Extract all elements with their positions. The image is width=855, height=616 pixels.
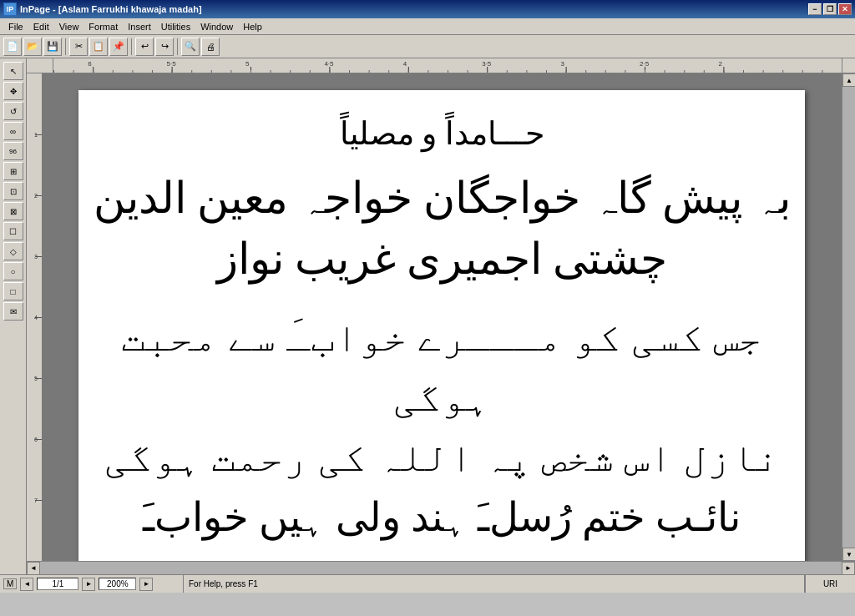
ruler-top xyxy=(53,58,842,73)
line-jis: جس کسی کو مـــرے خوابﹷ سے محبت ہوگی xyxy=(78,307,805,427)
h-scrollbar[interactable]: ◄ ► xyxy=(27,561,855,574)
rulers-row xyxy=(27,58,855,73)
left-toolbar: ↖ ✥ ↺ ∞ 96 ⊞ ⊡ ⊠ ☐ ◇ ○ □ ✉ xyxy=(0,58,27,574)
scroll-track-h[interactable] xyxy=(40,562,842,575)
zoom-display: 200% xyxy=(99,578,136,590)
toolbar-btn-8[interactable]: ↪ xyxy=(155,38,174,56)
left-ruler xyxy=(27,73,42,561)
tool-move[interactable]: ✥ xyxy=(3,82,23,100)
toolbar-btn-10[interactable]: 🖨 xyxy=(201,38,220,56)
menu-help[interactable]: Help xyxy=(238,20,267,33)
tool-square[interactable]: ☐ xyxy=(3,222,23,240)
toolbar-sep-1 xyxy=(65,38,66,55)
zoom-scroll-button[interactable]: ► xyxy=(139,578,153,591)
scroll-down-button[interactable]: ▼ xyxy=(842,548,855,561)
menu-format[interactable]: Format xyxy=(83,20,123,33)
next-page-button[interactable]: ► xyxy=(82,578,95,591)
right-scrollbar[interactable]: ▲ ▼ xyxy=(842,73,855,561)
menu-file[interactable]: File xyxy=(3,20,28,33)
help-text: For Help, press F1 xyxy=(184,575,805,593)
app-icon: IP xyxy=(3,3,17,16)
tool-select[interactable]: ↖ xyxy=(3,62,23,80)
menu-bar: File Edit View Format Insert Utilities W… xyxy=(0,18,855,35)
line-naib: نائـب ختم رُسلﹷ ہند ولی ہیں خوابﹷ xyxy=(78,487,805,548)
tool-circle[interactable]: ○ xyxy=(3,262,23,280)
line-nazil: نازل اس شخص پہ اللہ کی رحمت ہوگی xyxy=(78,427,805,487)
toolbar-sep-3 xyxy=(177,38,178,55)
line-in: ان کی توصیف سے تکمیل عبادت ہوگی xyxy=(78,548,805,561)
toolbar-btn-2[interactable]: 📂 xyxy=(23,38,42,56)
title-bar-left: IP InPage - [Aslam Farrukhi khawaja mada… xyxy=(3,3,202,16)
tool-diamond[interactable]: ◇ xyxy=(3,242,23,260)
line-pesh: بہ پیش گاہ خواجگان خواجہ معین الدین چشتی… xyxy=(78,169,805,290)
title-bar: IP InPage - [Aslam Farrukhi khawaja mada… xyxy=(0,0,855,18)
toolbar-btn-4[interactable]: ✂ xyxy=(69,38,88,56)
toolbar-btn-3[interactable]: 💾 xyxy=(43,38,62,56)
work-area: ↖ ✥ ↺ ∞ 96 ⊞ ⊡ ⊠ ☐ ◇ ○ □ ✉ xyxy=(0,58,855,574)
bottom-bar: M ◄ 1/1 ► 200% ► For Help, press F1 URI xyxy=(0,574,855,593)
tool-rect[interactable]: □ xyxy=(3,282,23,300)
menu-view[interactable]: View xyxy=(54,20,84,33)
toolbar-btn-7[interactable]: ↩ xyxy=(135,38,154,56)
prev-page-button[interactable]: ◄ xyxy=(20,578,33,591)
scroll-left-button[interactable]: ◄ xyxy=(27,562,40,575)
scrollable-doc[interactable]: حـــامداً و مصلیاً بہ پیش گاہ خواجگان خو… xyxy=(27,73,855,561)
toolbar-btn-6[interactable]: 📌 xyxy=(109,38,128,56)
tool-frame[interactable]: ⊡ xyxy=(3,182,23,200)
tool-rotate[interactable]: ↺ xyxy=(3,102,23,120)
uri-label: URI xyxy=(805,575,855,593)
close-button[interactable]: ✕ xyxy=(838,3,852,15)
doc-container: حـــامداً و مصلیاً بہ پیش گاہ خواجگان خو… xyxy=(42,73,842,561)
tool-96[interactable]: 96 xyxy=(3,142,23,160)
menu-insert[interactable]: Insert xyxy=(123,20,156,33)
menu-edit[interactable]: Edit xyxy=(28,20,54,33)
page-canvas: حـــامداً و مصلیاً بہ پیش گاہ خواجگان خو… xyxy=(78,90,805,561)
app-title: InPage - [Aslam Farrukhi khawaja madah] xyxy=(20,4,202,14)
scroll-track-v[interactable] xyxy=(842,87,855,548)
tool-grid[interactable]: ⊞ xyxy=(3,162,23,180)
mode-indicator: M xyxy=(3,578,17,589)
line-hamd: حـــامداً و مصلیاً xyxy=(78,115,805,152)
page-number-display: 1/1 xyxy=(37,578,78,590)
main-container: 📄 📂 💾 ✂ 📋 📌 ↩ ↪ 🔍 🖨 ↖ ✥ ↺ ∞ 96 ⊞ ⊡ ⊠ ☐ ◇… xyxy=(0,35,855,593)
tool-cross[interactable]: ⊠ xyxy=(3,202,23,220)
toolbar-btn-5[interactable]: 📋 xyxy=(89,38,108,56)
title-buttons: − ❒ ✕ xyxy=(808,3,852,15)
page-controls: M ◄ 1/1 ► 200% ► xyxy=(0,575,184,593)
toolbar-sep-2 xyxy=(131,38,132,55)
tool-loop[interactable]: ∞ xyxy=(3,122,23,140)
menu-window[interactable]: Window xyxy=(195,20,238,33)
tool-envelope[interactable]: ✉ xyxy=(3,302,23,321)
scroll-right-button[interactable]: ► xyxy=(842,562,855,575)
minimize-button[interactable]: − xyxy=(808,3,822,15)
scroll-up-button[interactable]: ▲ xyxy=(842,73,855,87)
menu-utilities[interactable]: Utilities xyxy=(156,20,195,33)
toolbar: 📄 📂 💾 ✂ 📋 📌 ↩ ↪ 🔍 🖨 xyxy=(0,35,855,58)
center-content: حـــامداً و مصلیاً بہ پیش گاہ خواجگان خو… xyxy=(27,58,855,574)
restore-button[interactable]: ❒ xyxy=(823,3,837,15)
toolbar-btn-1[interactable]: 📄 xyxy=(3,38,22,56)
ruler-corner xyxy=(27,58,53,73)
toolbar-btn-9[interactable]: 🔍 xyxy=(181,38,200,56)
